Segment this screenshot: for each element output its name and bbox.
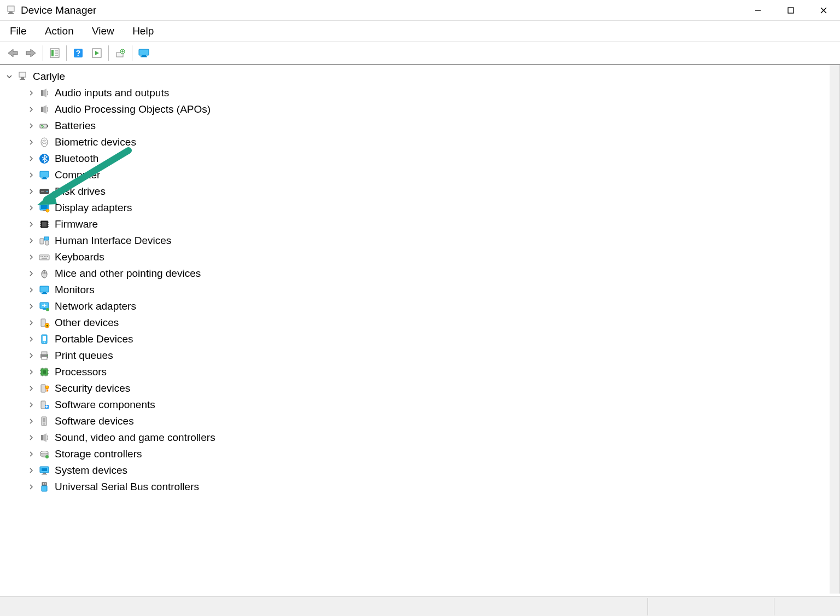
window-controls bbox=[742, 0, 840, 21]
menu-help[interactable]: Help bbox=[125, 23, 161, 39]
tree-item[interactable]: Human Interface Devices bbox=[4, 233, 835, 249]
tree-item-label[interactable]: Other devices bbox=[52, 317, 119, 329]
tree-item[interactable]: Audio inputs and outputs bbox=[4, 85, 835, 101]
tree-item[interactable]: Batteries bbox=[4, 118, 835, 134]
chevron-right-icon[interactable] bbox=[26, 285, 36, 295]
minimize-button[interactable] bbox=[742, 0, 774, 21]
chevron-right-icon[interactable] bbox=[26, 466, 36, 475]
svg-rect-8 bbox=[51, 50, 54, 56]
tree-item-label[interactable]: Biometric devices bbox=[52, 136, 136, 148]
chevron-right-icon[interactable] bbox=[26, 121, 36, 131]
tree-item-label[interactable]: Universal Serial Bus controllers bbox=[52, 481, 199, 493]
tree-item-label[interactable]: Audio Processing Objects (APOs) bbox=[52, 103, 211, 115]
tree-item[interactable]: Software devices bbox=[4, 413, 835, 429]
tree-item[interactable]: Processors bbox=[4, 364, 835, 380]
tree-item-label[interactable]: Portable Devices bbox=[52, 333, 133, 345]
back-button[interactable] bbox=[4, 45, 21, 61]
tree-item[interactable]: Biometric devices bbox=[4, 134, 835, 150]
vertical-scrollbar[interactable] bbox=[830, 65, 839, 594]
help-button[interactable]: ? bbox=[70, 45, 86, 61]
svg-rect-71 bbox=[43, 336, 46, 341]
chevron-right-icon[interactable] bbox=[26, 334, 36, 344]
chevron-right-icon[interactable] bbox=[26, 449, 36, 459]
tree-item[interactable]: Audio Processing Objects (APOs) bbox=[4, 101, 835, 118]
tree-item-label[interactable]: Processors bbox=[52, 366, 107, 378]
tree-item[interactable]: Sound, video and game controllers bbox=[4, 429, 835, 446]
swcomp-icon bbox=[38, 399, 50, 411]
chevron-right-icon[interactable] bbox=[26, 433, 36, 443]
tree-item[interactable]: Monitors bbox=[4, 282, 835, 298]
tree-item-label[interactable]: Computer bbox=[52, 169, 100, 181]
tree-item-label[interactable]: Disk drives bbox=[52, 185, 106, 197]
tree-item-label[interactable]: Sound, video and game controllers bbox=[52, 432, 215, 444]
tree-item[interactable]: Print queues bbox=[4, 347, 835, 364]
tree-item[interactable]: Bluetooth bbox=[4, 150, 835, 167]
tree-item[interactable]: System devices bbox=[4, 462, 835, 479]
close-button[interactable] bbox=[807, 0, 840, 21]
chevron-right-icon[interactable] bbox=[26, 154, 36, 164]
chevron-right-icon[interactable] bbox=[26, 104, 36, 114]
chevron-right-icon[interactable] bbox=[26, 137, 36, 147]
tree-item-label[interactable]: Print queues bbox=[52, 350, 113, 362]
tree-item[interactable]: Storage controllers bbox=[4, 446, 835, 462]
tree-item-label[interactable]: Mice and other pointing devices bbox=[52, 268, 201, 280]
tree-root[interactable]: Carlyle bbox=[4, 68, 835, 85]
show-devices-button[interactable] bbox=[136, 45, 152, 61]
chevron-right-icon[interactable] bbox=[26, 236, 36, 246]
tree-item-label[interactable]: Human Interface Devices bbox=[52, 235, 171, 247]
chevron-right-icon[interactable] bbox=[26, 301, 36, 311]
scan-button[interactable] bbox=[89, 45, 105, 61]
tree-item-label[interactable]: Firmware bbox=[52, 218, 98, 230]
maximize-button[interactable] bbox=[774, 0, 807, 21]
tree-item[interactable]: Universal Serial Bus controllers bbox=[4, 479, 835, 495]
tree-item[interactable]: Firmware bbox=[4, 216, 835, 233]
tree-item[interactable]: Computer bbox=[4, 167, 835, 183]
chevron-right-icon[interactable] bbox=[26, 88, 36, 98]
tree-item[interactable]: Software components bbox=[4, 397, 835, 413]
tree-item-label[interactable]: Monitors bbox=[52, 284, 95, 296]
tree-item[interactable]: Security devices bbox=[4, 380, 835, 397]
tree-item[interactable]: Disk drives bbox=[4, 183, 835, 200]
tree-root-label[interactable]: Carlyle bbox=[31, 71, 65, 83]
tree-item-label[interactable]: Keyboards bbox=[52, 251, 104, 263]
chevron-right-icon[interactable] bbox=[26, 383, 36, 393]
menu-action[interactable]: Action bbox=[37, 23, 81, 39]
tree-item[interactable]: ?Other devices bbox=[4, 315, 835, 331]
tree-item-label[interactable]: Network adapters bbox=[52, 300, 136, 312]
chevron-right-icon[interactable] bbox=[26, 252, 36, 262]
chevron-right-icon[interactable] bbox=[26, 187, 36, 196]
tree-item-label[interactable]: Batteries bbox=[52, 120, 96, 132]
chevron-right-icon[interactable] bbox=[26, 351, 36, 361]
chevron-right-icon[interactable] bbox=[26, 170, 36, 180]
chevron-right-icon[interactable] bbox=[26, 416, 36, 426]
menu-view[interactable]: View bbox=[84, 23, 122, 39]
tree-item[interactable]: Network adapters bbox=[4, 298, 835, 315]
properties-button[interactable] bbox=[46, 45, 63, 61]
chevron-right-icon[interactable] bbox=[26, 219, 36, 229]
tree-item-label[interactable]: Audio inputs and outputs bbox=[52, 87, 169, 99]
tree-item-label[interactable]: Display adapters bbox=[52, 202, 132, 214]
chevron-right-icon[interactable] bbox=[26, 367, 36, 377]
tree-item-label[interactable]: Software components bbox=[52, 399, 155, 411]
chevron-right-icon[interactable] bbox=[26, 203, 36, 213]
tree-item-label[interactable]: Software devices bbox=[52, 415, 134, 427]
menu-file[interactable]: File bbox=[2, 23, 34, 39]
chevron-right-icon[interactable] bbox=[26, 318, 36, 328]
tree-item-label[interactable]: System devices bbox=[52, 464, 127, 476]
tree-item-label[interactable]: Security devices bbox=[52, 382, 130, 394]
forward-button[interactable] bbox=[23, 45, 39, 61]
chevron-right-icon[interactable] bbox=[26, 482, 36, 492]
svg-rect-24 bbox=[41, 90, 43, 96]
add-hardware-button[interactable] bbox=[112, 45, 129, 61]
device-tree: Carlyle Audio inputs and outputsAudio Pr… bbox=[0, 65, 840, 594]
tree-item[interactable]: Portable Devices bbox=[4, 331, 835, 347]
chevron-right-icon[interactable] bbox=[26, 269, 36, 278]
tree-item[interactable]: Keyboards bbox=[4, 249, 835, 265]
tree-item[interactable]: Display adapters bbox=[4, 200, 835, 216]
svg-rect-55 bbox=[45, 256, 46, 257]
chevron-down-icon[interactable] bbox=[4, 72, 14, 82]
tree-item-label[interactable]: Storage controllers bbox=[52, 448, 142, 460]
chevron-right-icon[interactable] bbox=[26, 400, 36, 410]
tree-item-label[interactable]: Bluetooth bbox=[52, 153, 98, 165]
tree-item[interactable]: Mice and other pointing devices bbox=[4, 265, 835, 282]
